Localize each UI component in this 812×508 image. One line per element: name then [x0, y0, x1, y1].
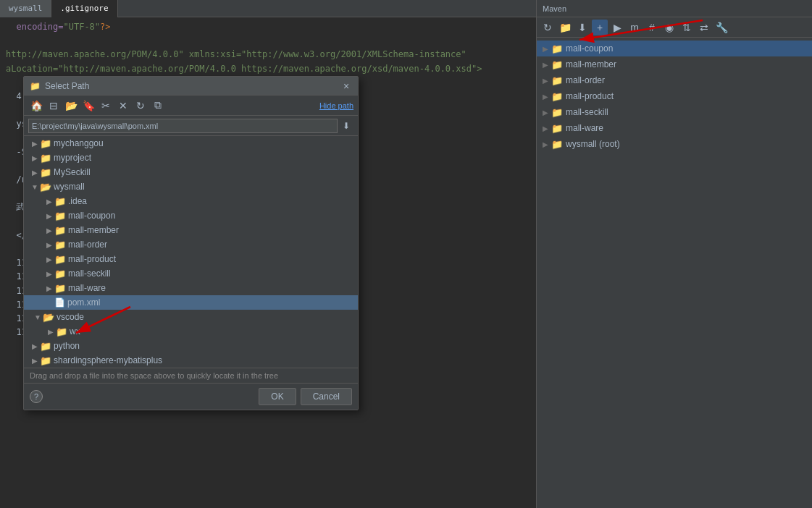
maven-tree: ▶ 📁 mall-coupon ▶ 📁 mall-member ▶ 📁 mall…: [537, 38, 812, 155]
maven-hash-btn[interactable]: #: [644, 20, 660, 35]
folder-open-icon: 📂: [43, 312, 54, 323]
maven-swap-btn[interactable]: ⇄: [696, 20, 712, 35]
chevron-icon: ▶: [543, 109, 551, 117]
help-button[interactable]: ?: [30, 390, 43, 403]
collapse-btn[interactable]: ⊟: [46, 98, 62, 114]
tree-item-label: python: [54, 341, 80, 351]
delete-btn[interactable]: ✕: [115, 98, 131, 114]
path-bar: ⬇: [24, 116, 358, 136]
chevron-icon: ▶: [543, 93, 551, 101]
dialog-close-button[interactable]: ×: [340, 80, 352, 92]
dialog-titlebar: 📁 Select Path ×: [24, 77, 358, 96]
chevron-expanded-icon: ▼: [30, 183, 40, 191]
maven-header: Maven: [537, 0, 812, 17]
bookmark-btn[interactable]: 🔖: [80, 98, 96, 114]
tree-item-python[interactable]: ▶ 📁 python: [24, 339, 358, 353]
tree-item-mall-seckill[interactable]: ▶ 📁 mall-seckill: [24, 266, 358, 281]
chevron-icon: ▶: [44, 241, 54, 249]
chevron-icon: ▶: [44, 270, 54, 278]
tree-item-label: mall-member: [68, 225, 119, 235]
chevron-icon: ▶: [543, 77, 551, 85]
tree-item-wx[interactable]: ▶ 📁 wx: [24, 324, 358, 339]
tab-wysmall[interactable]: wysmall: [0, 0, 51, 17]
folder-icon: 📁: [551, 139, 563, 150]
select-path-dialog: 📁 Select Path × 🏠 ⊟ 📂 🔖 ✂ ✕ ↻ ⧉ Hide pat…: [23, 76, 359, 410]
tree-item-mall-product[interactable]: ▶ 📁 mall-product: [24, 252, 358, 266]
maven-item-mall-order[interactable]: ▶ 📁 mall-order: [537, 72, 812, 88]
folder-icon: 📁: [54, 254, 66, 265]
ok-button[interactable]: OK: [259, 388, 296, 405]
tree-item-mall-ware[interactable]: ▶ 📁 mall-ware: [24, 281, 358, 295]
maven-refresh-btn[interactable]: ↻: [540, 20, 556, 35]
maven-circle-btn[interactable]: ◉: [661, 20, 677, 35]
tree-item-sharding[interactable]: ▶ 📁 shardingsphere-mybatisplus: [24, 353, 358, 368]
folder-icon: 📁: [551, 59, 563, 70]
tree-item-mall-order[interactable]: ▶ 📁 mall-order: [24, 237, 358, 252]
maven-item-label: mall-ware: [566, 123, 603, 133]
dialog-toolbar: 🏠 ⊟ 📂 🔖 ✂ ✕ ↻ ⧉ Hide path: [24, 96, 358, 116]
tree-item-idea[interactable]: ▶ 📁 .idea: [24, 194, 358, 208]
tree-item-label: mall-coupon: [68, 211, 115, 221]
tree-item-mychanggou[interactable]: ▶ 📁 mychanggou: [24, 136, 358, 151]
folder-icon: 📁: [40, 153, 51, 164]
path-confirm-btn[interactable]: ⬇: [339, 119, 353, 133]
maven-item-mall-seckill[interactable]: ▶ 📁 mall-seckill: [537, 104, 812, 120]
refresh-btn[interactable]: ↻: [133, 98, 148, 114]
folder-icon: 📁: [551, 75, 563, 86]
chevron-icon: ▶: [30, 357, 40, 365]
new-folder-btn[interactable]: 📂: [63, 98, 79, 114]
folder-icon: 📁: [551, 123, 563, 134]
tree-item-label: .idea: [68, 196, 87, 206]
chevron-icon: ▶: [44, 212, 54, 220]
chevron-icon: ▶: [543, 45, 551, 53]
chevron-icon: ▶: [44, 198, 54, 206]
maven-folder-btn[interactable]: 📁: [557, 20, 573, 35]
maven-item-label: wysmall (root): [566, 139, 620, 149]
maven-m-btn[interactable]: m: [627, 20, 643, 35]
tree-item-label: vscode: [56, 312, 84, 322]
tree-item-label: wx: [70, 326, 80, 336]
chevron-icon: ▶: [44, 255, 54, 263]
tree-item-label: shardingsphere-mybatisplus: [54, 355, 162, 365]
maven-item-label: mall-member: [566, 59, 616, 69]
tree-item-vscode[interactable]: ▼ 📂 vscode: [24, 310, 358, 324]
tab-gitignore[interactable]: .gitignore: [51, 0, 117, 17]
maven-item-mall-product[interactable]: ▶ 📁 mall-product: [537, 88, 812, 104]
maven-item-mall-member[interactable]: ▶ 📁 mall-member: [537, 56, 812, 72]
tree-item-pom-xml[interactable]: 📄 pom.xml: [24, 295, 358, 310]
maven-settings-btn[interactable]: 🔧: [713, 20, 729, 35]
folder-icon: 📁: [40, 167, 51, 178]
maven-add-btn[interactable]: +: [592, 20, 608, 35]
folder-icon: 📁: [54, 196, 66, 207]
tree-item-myseckill[interactable]: ▶ 📁 MySeckill: [24, 165, 358, 179]
tree-item-label: mychanggou: [54, 138, 104, 148]
dialog-icon: 📁: [30, 81, 41, 91]
maven-sort-btn[interactable]: ⇅: [679, 20, 695, 35]
tree-item-mall-member[interactable]: ▶ 📁 mall-member: [24, 223, 358, 237]
cut-btn[interactable]: ✂: [98, 98, 114, 114]
tree-item-myproject[interactable]: ▶ 📁 myproject: [24, 151, 358, 165]
maven-download-btn[interactable]: ⬇: [574, 20, 590, 35]
folder-icon: 📁: [551, 43, 563, 54]
folder-icon: 📁: [54, 225, 66, 236]
tree-item-wysmall[interactable]: ▼ 📂 wysmall: [24, 179, 358, 194]
maven-item-wysmall[interactable]: ▶ 📁 wysmall (root): [537, 136, 812, 152]
home-btn[interactable]: 🏠: [28, 98, 44, 114]
tree-item-label: mall-product: [68, 254, 116, 264]
file-icon: 📄: [54, 297, 65, 308]
folder-icon: 📁: [54, 268, 66, 279]
chevron-icon: ▶: [543, 61, 551, 69]
tree-item-mall-coupon[interactable]: ▶ 📁 mall-coupon: [24, 208, 358, 223]
maven-item-mall-ware[interactable]: ▶ 📁 mall-ware: [537, 120, 812, 136]
tree-item-label: pom.xml: [67, 297, 100, 308]
maven-item-mall-coupon[interactable]: ▶ 📁 mall-coupon: [537, 41, 812, 56]
folder-icon: 📁: [40, 138, 51, 149]
folder-icon: 📁: [40, 355, 51, 366]
path-input[interactable]: [28, 119, 338, 133]
copy-path-btn[interactable]: ⧉: [150, 98, 166, 114]
maven-run-btn[interactable]: ▶: [609, 20, 625, 35]
cancel-button[interactable]: Cancel: [301, 388, 352, 405]
hide-path-link[interactable]: Hide path: [319, 101, 353, 110]
chevron-icon: ▶: [46, 328, 56, 336]
chevron-icon: ▶: [44, 227, 54, 234]
